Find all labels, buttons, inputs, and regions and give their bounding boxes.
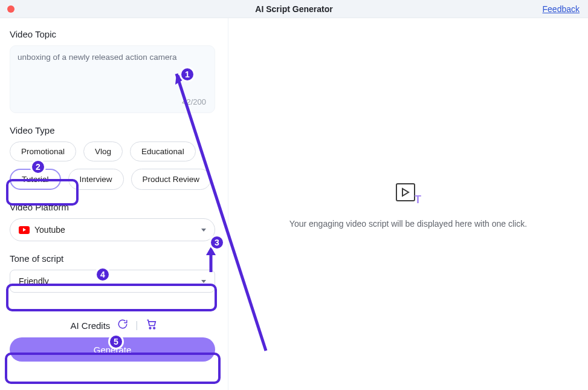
credits-row: AI Credits | [10,318,218,333]
video-topic-input[interactable]: unboxing of a newly released action came… [10,45,215,113]
video-type-chips: Promotional Vlog Educational Tutorial In… [10,141,218,190]
svg-point-0 [149,327,151,329]
video-topic-label: Video Topic [10,29,218,39]
video-platform-label: Video Platform [10,202,218,212]
tone-label: Tone of script [10,253,218,264]
cart-icon[interactable] [146,318,158,333]
window-titlebar: AI Script Generator Feedback [0,0,588,18]
chip-vlog[interactable]: Vlog [83,141,123,161]
script-placeholder-icon: T [394,181,423,208]
chip-promotional[interactable]: Promotional [10,141,76,161]
output-panel: T Your engaging video script will be dis… [228,18,588,390]
tone-dropdown[interactable]: Friendly [10,270,215,293]
chip-tutorial[interactable]: Tutorial [10,169,61,190]
divider: | [135,320,138,331]
chip-educational[interactable]: Educational [130,141,196,161]
feedback-link[interactable]: Feedback [543,4,580,14]
svg-rect-2 [396,184,415,201]
char-counter: 42/200 [182,97,206,106]
platform-dropdown[interactable]: Youtube [10,218,215,241]
output-placeholder-text: Your engaging video script will be displ… [228,219,588,229]
chip-product-review[interactable]: Product Review [131,169,212,190]
svg-marker-3 [402,189,409,196]
svg-text:T: T [415,193,421,206]
video-topic-value: unboxing of a newly released action came… [18,52,207,63]
video-type-label: Video Type [10,125,218,135]
youtube-icon [19,226,30,234]
generate-button[interactable]: Generate [10,337,215,362]
form-panel: Video Topic unboxing of a newly released… [0,18,228,390]
ai-credits-label: AI Credits [70,320,110,331]
refresh-icon[interactable] [117,319,128,332]
chevron-down-icon [201,280,206,283]
platform-selected: Youtube [34,225,65,235]
svg-point-1 [153,327,155,329]
app-title: AI Script Generator [0,4,588,14]
tone-selected: Friendly [19,276,49,286]
chevron-down-icon [201,229,206,232]
chip-interview[interactable]: Interview [68,169,124,190]
